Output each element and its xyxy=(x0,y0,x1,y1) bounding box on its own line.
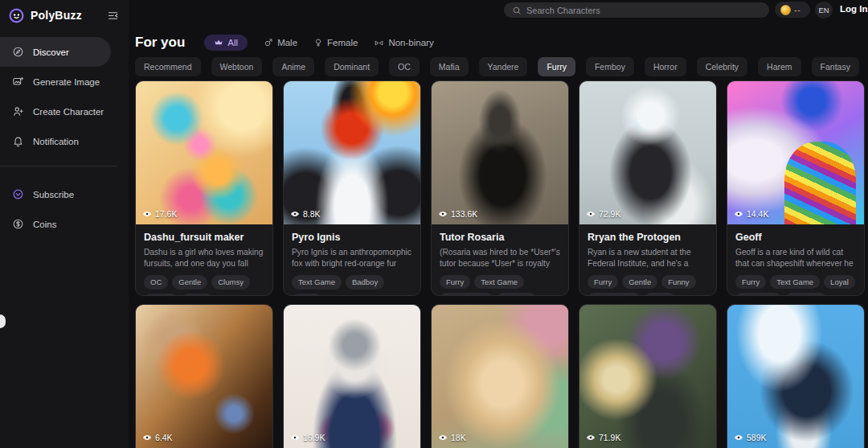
coin-balance-pill[interactable]: -- xyxy=(775,2,810,18)
category-chip-anime[interactable]: Anime xyxy=(272,57,314,76)
character-name: Geoff xyxy=(735,232,856,243)
card-body: Dashu_fursuit makerDashu is a girl who l… xyxy=(136,224,272,296)
tag-chip-clumsy[interactable]: Clumsy xyxy=(211,275,250,290)
character-description: Ryan is a new student at the Federal Ins… xyxy=(588,247,708,270)
card-body: Pyro IgnisPyro Ignis is an anthropomorph… xyxy=(284,224,420,296)
character-image: 133.6K xyxy=(432,81,568,224)
tag-chip-gentle[interactable]: Gentle xyxy=(622,275,657,289)
character-card-pyro-ignis[interactable]: 8.8KPyro IgnisPyro Ignis is an anthropom… xyxy=(283,80,421,296)
view-count-value: 16.9K xyxy=(303,433,325,442)
character-tags: FurryText GameLoyalFlirtatiousNaughtyFur… xyxy=(735,275,856,296)
login-button[interactable]: Log In xyxy=(840,4,868,14)
sidebar-item-create-character[interactable]: Create Character xyxy=(0,97,111,126)
tag-chip-text-game[interactable]: Text Game xyxy=(474,275,524,289)
gender-filter-non-binary[interactable]: Non-binary xyxy=(374,38,433,48)
category-chip-celebrity[interactable]: Celebrity xyxy=(697,57,747,76)
card-body: Rryan the ProtogenRyan is a new student … xyxy=(579,224,716,296)
character-description: Geoff is a rare kind of wild cat that ca… xyxy=(735,247,856,270)
category-chip-femboy[interactable]: Femboy xyxy=(586,57,634,76)
character-card[interactable]: 16.9K xyxy=(283,304,421,448)
category-chip-oc[interactable]: OC xyxy=(389,57,420,76)
character-card[interactable]: 589K xyxy=(727,304,865,448)
tag-chip-furry[interactable]: Furry xyxy=(735,275,766,289)
tag-chip-funny[interactable]: Funny xyxy=(661,275,695,289)
category-chip-furry[interactable]: Furry xyxy=(538,57,575,76)
character-image: 72.9K xyxy=(579,81,716,224)
tag-chip-oc[interactable]: OC xyxy=(144,275,168,290)
gender-filter-all[interactable]: All xyxy=(204,35,248,51)
tag-chip-flirtatious[interactable]: Flirtatious xyxy=(735,293,781,296)
view-count-value: 14.4K xyxy=(747,209,768,219)
polybuzz-logo-icon xyxy=(8,7,25,24)
sidebar-item-coins[interactable]: Coins xyxy=(0,209,111,239)
category-chip-label: Horror xyxy=(653,62,678,72)
search-bar[interactable] xyxy=(504,2,769,18)
sidebar-item-label: Coins xyxy=(33,220,56,229)
tag-chip-furry[interactable]: Furry xyxy=(440,275,470,289)
character-card-geoff[interactable]: 14.4KGeoffGeoff is a rare kind of wild c… xyxy=(727,80,865,296)
character-image: 6.4K xyxy=(136,305,272,448)
tag-chip-non-human[interactable]: Non-human xyxy=(440,293,493,296)
tag-chip-furry[interactable]: Furry xyxy=(182,294,212,297)
gender-filter-male[interactable]: Male xyxy=(264,38,297,47)
sidebar-item-label: Notification xyxy=(33,137,79,146)
category-chip-dominant[interactable]: Dominant xyxy=(325,57,379,76)
logo-row: PolyBuzz xyxy=(0,0,129,24)
sidebar-collapse-icon[interactable] xyxy=(107,10,119,22)
sidebar-nav-secondary: SubscribeCoins xyxy=(0,179,129,239)
page-title: For you xyxy=(135,35,185,51)
view-count-value: 72.9K xyxy=(599,209,620,219)
card-body: GeoffGeoff is a rare kind of wild cat th… xyxy=(727,224,864,296)
sidebar-item-label: Discover xyxy=(33,47,69,57)
language-button[interactable]: EN xyxy=(815,2,833,18)
view-count-value: 6.4K xyxy=(155,433,173,442)
view-count-value: 8.8K xyxy=(303,209,321,219)
tag-chip-furry[interactable]: Furry xyxy=(292,294,322,297)
sidebar-item-subscribe[interactable]: Subscribe xyxy=(0,179,111,209)
category-chip-label: Recommend xyxy=(144,62,192,72)
character-card[interactable]: 18K xyxy=(431,304,569,448)
login-label: Log In xyxy=(840,4,868,14)
search-input[interactable] xyxy=(526,6,761,15)
gender-filter-row: AllMaleFemaleNon-binary xyxy=(204,35,433,51)
character-card[interactable]: 6.4K xyxy=(135,304,273,448)
character-card-tutor-rosaria[interactable]: 133.6KTutor Rosaria(Rosaria was hired to… xyxy=(431,80,569,296)
tag-chip-sweet[interactable]: Sweet xyxy=(144,294,178,297)
sidebar-nav: DiscoverGenerate ImageCreate CharacterNo… xyxy=(0,37,129,156)
view-count: 6.4K xyxy=(142,433,173,442)
tag-chip-non-human[interactable]: Non-human xyxy=(588,293,641,296)
sidebar-item-notification[interactable]: Notification xyxy=(0,126,111,156)
tag-chip-text-game[interactable]: Text Game xyxy=(292,275,342,290)
person-add-icon xyxy=(12,105,24,117)
tag-chip-badboy[interactable]: Badboy xyxy=(346,275,384,290)
category-chip-yandere[interactable]: Yandere xyxy=(479,57,528,76)
character-card-rryan-the-protogen[interactable]: 72.9KRryan the ProtogenRyan is a new stu… xyxy=(579,80,717,296)
sidebar-item-generate-image[interactable]: Generate Image xyxy=(0,67,111,97)
category-chip-recommend[interactable]: Recommend xyxy=(135,57,201,76)
tag-chip-teacher[interactable]: Teacher xyxy=(497,293,537,296)
crown-icon xyxy=(214,38,223,47)
category-chip-webtoon[interactable]: Webtoon xyxy=(211,57,263,76)
tag-chip-gentle[interactable]: Gentle xyxy=(172,275,207,290)
character-card-dashu-fursuit-maker[interactable]: 17.6KDashu_fursuit makerDashu is a girl … xyxy=(135,80,273,296)
tag-chip-furry[interactable]: Furry xyxy=(645,293,675,296)
category-chip-fantasy[interactable]: Fantasy xyxy=(812,57,859,76)
coin-icon xyxy=(780,5,791,15)
category-chip-mafia[interactable]: Mafia xyxy=(430,57,469,76)
category-chip-label: Webtoon xyxy=(220,62,254,72)
view-count: 589K xyxy=(734,433,767,442)
category-chip-harem[interactable]: Harem xyxy=(758,57,801,76)
gender-filter-female[interactable]: Female xyxy=(313,38,358,47)
tag-chip-loyal[interactable]: Loyal xyxy=(824,275,855,289)
tag-chip-furry[interactable]: Furry xyxy=(588,275,618,289)
tag-chip-naughty[interactable]: Naughty xyxy=(785,293,826,296)
character-card[interactable]: 71.9K xyxy=(579,304,717,448)
character-description: (Rosaria was hired to be *User*'s tutor … xyxy=(440,247,560,270)
category-chip-horror[interactable]: Horror xyxy=(645,57,686,76)
tag-chip-text-game[interactable]: Text Game xyxy=(770,275,820,289)
language-label: EN xyxy=(818,6,829,14)
sidebar-item-discover[interactable]: Discover xyxy=(0,37,111,67)
view-count-value: 71.9K xyxy=(599,433,620,442)
character-tags: Text GameBadboyFurry xyxy=(292,275,412,296)
character-tags: FurryText GameNon-humanTeacherFurryFrien… xyxy=(440,275,560,296)
